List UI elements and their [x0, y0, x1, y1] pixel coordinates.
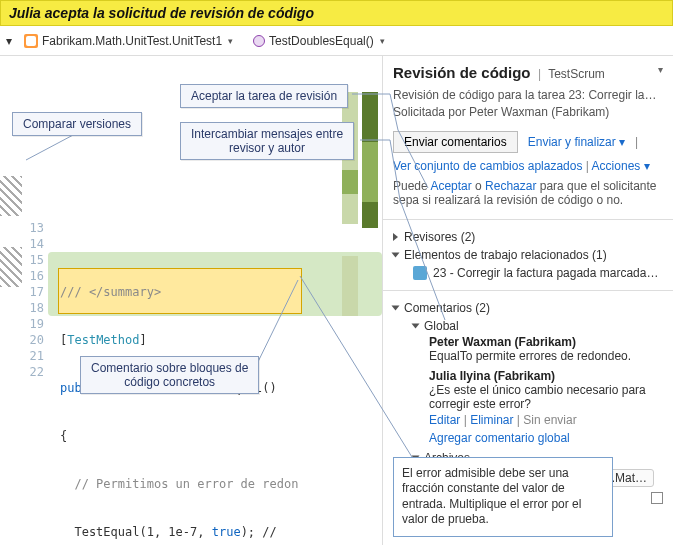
- view-shelveset-link[interactable]: Ver conjunto de cambios aplazados: [393, 159, 582, 173]
- file-checkbox[interactable]: [651, 492, 663, 504]
- actions-link[interactable]: Acciones ▾: [592, 159, 650, 173]
- expand-icon: [412, 323, 420, 328]
- callout-block-comment: Comentario sobre bloques de código concr…: [80, 356, 259, 394]
- change-markers-right: [362, 56, 380, 545]
- send-finish-link[interactable]: Enviar y finalizar ▾: [528, 135, 625, 149]
- project-name: TestScrum: [548, 67, 605, 81]
- review-summary: Revisión de código para la tarea 23: Cor…: [393, 87, 663, 104]
- chevron-icon[interactable]: ▾: [6, 34, 12, 48]
- diff-hatch: [0, 247, 22, 287]
- comment-body: ¿Es este el único cambio necesario para …: [429, 383, 663, 411]
- delete-comment-link[interactable]: Eliminar: [470, 413, 513, 427]
- expand-icon: [392, 252, 400, 257]
- global-comments[interactable]: Global: [393, 317, 663, 335]
- code-line: /// </summary>: [60, 285, 161, 299]
- send-comments-button[interactable]: Enviar comentarios: [393, 131, 518, 153]
- accept-link[interactable]: Aceptar: [430, 179, 471, 193]
- unsent-label: Sin enviar: [523, 413, 576, 427]
- decline-link[interactable]: Rechazar: [485, 179, 536, 193]
- comments-section[interactable]: Comentarios (2): [393, 299, 663, 317]
- work-item-link[interactable]: 23 - Corregir la factura pagada marcada…: [393, 264, 663, 282]
- callout-messages: Intercambiar mensajes entre revisor y au…: [180, 122, 354, 160]
- reviewers-section[interactable]: Revisores (2): [393, 228, 663, 246]
- method-crumb-text: TestDoublesEqual(): [269, 34, 374, 48]
- comment-author: Julia Ilyina (Fabrikam): [429, 369, 663, 383]
- file-crumb-text: Fabrikam.Math.UnitTest.UnitTest1: [42, 34, 222, 48]
- callout-accept: Aceptar la tarea de revisión: [180, 84, 348, 108]
- code-comment-tooltip: El error admisible debe ser una fracción…: [393, 457, 613, 537]
- accept-decline-info: Puede Aceptar o Rechazar para que el sol…: [383, 175, 673, 215]
- comment-author: Peter Waxman (Fabrikam): [429, 335, 663, 349]
- line-numbers: 13141516171819202122: [22, 92, 48, 545]
- related-items-section[interactable]: Elementos de trabajo relacionados (1): [393, 246, 663, 264]
- callout-compare: Comparar versiones: [12, 112, 142, 136]
- comment-body: EqualTo permite errores de redondeo.: [429, 349, 663, 363]
- class-icon: [24, 34, 38, 48]
- edit-comment-link[interactable]: Editar: [429, 413, 460, 427]
- review-requested-by: Solicitada por Peter Waxman (Fabrikam): [393, 104, 663, 121]
- method-icon: [253, 35, 265, 47]
- banner-title: Julia acepta la solicitud de revisión de…: [0, 0, 673, 26]
- expand-icon: [392, 305, 400, 310]
- pane-menu-icon[interactable]: ▾: [658, 64, 663, 75]
- diff-hatch: [0, 176, 22, 216]
- expand-icon: [393, 233, 398, 241]
- method-crumb[interactable]: TestDoublesEqual(): [245, 32, 393, 50]
- review-title: Revisión de código: [393, 64, 531, 81]
- add-global-comment-link[interactable]: Agregar comentario global: [429, 431, 570, 445]
- file-crumb[interactable]: Fabrikam.Math.UnitTest.UnitTest1: [16, 32, 241, 50]
- breadcrumb-bar: ▾ Fabrikam.Math.UnitTest.UnitTest1 TestD…: [0, 26, 673, 56]
- compare-gutter: [0, 92, 22, 545]
- workitem-icon: [413, 266, 427, 280]
